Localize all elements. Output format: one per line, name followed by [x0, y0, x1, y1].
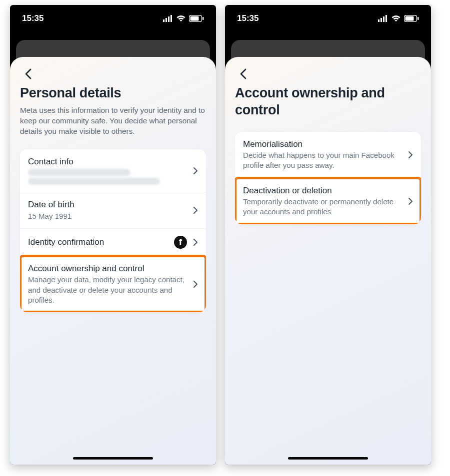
status-indicators: [378, 15, 419, 22]
row-memorialisation[interactable]: Memorialisation Decide what happens to y…: [235, 132, 421, 178]
page-title: Account ownership and control: [235, 85, 421, 119]
svg-rect-3: [170, 15, 172, 22]
chevron-right-icon: [193, 206, 198, 214]
back-button[interactable]: [20, 66, 36, 82]
home-indicator[interactable]: [73, 457, 153, 460]
sheet-personal-details: Personal details Meta uses this informat…: [10, 57, 216, 465]
redacted-text: [28, 178, 160, 185]
phone-personal-details: 15:35 Personal details Meta uses this in…: [10, 5, 216, 465]
svg-rect-12: [406, 16, 414, 21]
facebook-icon: f: [174, 236, 187, 249]
svg-rect-7: [378, 19, 380, 22]
svg-rect-1: [166, 18, 167, 22]
phone-account-ownership: 15:35 Account ownership and control Memo…: [225, 5, 431, 465]
page-title: Personal details: [20, 85, 206, 102]
battery-icon: [404, 15, 419, 22]
row-contact-info[interactable]: Contact info: [20, 149, 206, 192]
page-subtitle: Meta uses this information to verify you…: [20, 105, 206, 136]
status-time: 15:35: [237, 13, 258, 23]
row-subtitle: 15 May 1991: [28, 211, 193, 221]
row-identity-confirmation[interactable]: Identity confirmation f: [20, 228, 206, 256]
home-indicator[interactable]: [288, 457, 368, 460]
status-indicators: [163, 15, 204, 22]
row-subtitle: Temporarily deactivate or permanently de…: [243, 197, 408, 217]
redacted-text: [28, 169, 130, 176]
row-title: Deactivation or deletion: [243, 185, 408, 196]
svg-rect-13: [418, 17, 419, 20]
chevron-right-icon: [193, 280, 198, 288]
row-title: Date of birth: [28, 199, 193, 210]
wifi-icon: [176, 15, 186, 22]
row-account-ownership[interactable]: Account ownership and control Manage you…: [20, 256, 206, 312]
svg-rect-9: [383, 16, 384, 22]
settings-card: Contact info Date of birth 15 May 1991: [20, 149, 206, 312]
status-bar: 15:35: [225, 5, 431, 32]
signal-icon: [163, 15, 173, 22]
chevron-right-icon: [408, 197, 413, 205]
status-bar: 15:35: [10, 5, 216, 32]
status-time: 15:35: [22, 13, 44, 23]
row-subtitle: Decide what happens to your main Faceboo…: [243, 150, 408, 171]
sheet-account-ownership: Account ownership and control Memorialis…: [225, 57, 431, 465]
settings-card: Memorialisation Decide what happens to y…: [235, 132, 421, 224]
wifi-icon: [391, 15, 401, 22]
back-button[interactable]: [235, 66, 251, 82]
row-subtitle: Manage your data, modify your legacy con…: [28, 275, 193, 305]
chevron-right-icon: [193, 167, 198, 175]
svg-rect-0: [163, 19, 164, 22]
chevron-left-icon: [24, 68, 32, 79]
svg-rect-10: [386, 15, 387, 22]
chevron-left-icon: [240, 68, 246, 79]
row-title: Contact info: [28, 156, 193, 167]
row-date-of-birth[interactable]: Date of birth 15 May 1991: [20, 192, 206, 228]
svg-rect-8: [380, 18, 382, 22]
signal-icon: [378, 15, 388, 22]
svg-rect-6: [202, 17, 204, 20]
chevron-right-icon: [193, 238, 198, 246]
row-deactivation-deletion[interactable]: Deactivation or deletion Temporarily dea…: [235, 178, 421, 224]
row-title: Memorialisation: [243, 139, 408, 149]
battery-icon: [189, 15, 204, 22]
row-title: Identity confirmation: [28, 237, 174, 247]
svg-rect-2: [168, 16, 170, 22]
svg-rect-5: [190, 16, 199, 21]
row-title: Account ownership and control: [28, 263, 193, 274]
chevron-right-icon: [408, 151, 413, 159]
